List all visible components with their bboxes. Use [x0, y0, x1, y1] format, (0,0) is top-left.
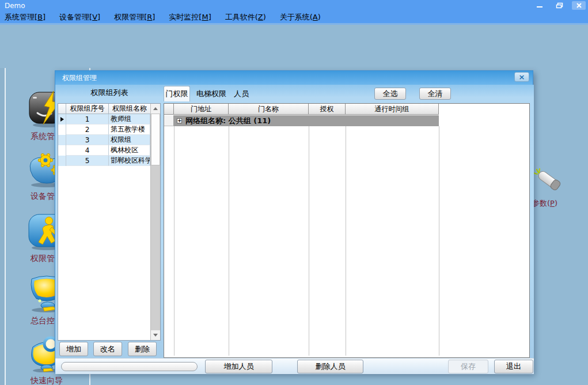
cell-group-id: 3 — [66, 135, 109, 145]
dialog-titlebar[interactable]: 权限组管理 × — [55, 71, 533, 85]
door-header-name: 门名称 — [229, 104, 309, 115]
cell-group-name: 邯郸校区科学 — [109, 156, 150, 166]
progress-bar — [61, 362, 198, 371]
door-header-selector — [164, 104, 174, 115]
column-line — [174, 126, 174, 356]
group-row-1[interactable]: 1 教师组 — [58, 114, 160, 124]
pen-icon — [532, 168, 568, 195]
params-shortcut[interactable]: 参数(P) — [532, 168, 574, 209]
params-label: 参数(P) — [532, 198, 574, 209]
door-group-row[interactable]: + 网络组名称: 公共组 (11) — [174, 115, 439, 126]
screen: Demo 系统管理[B] 设备管理[V] 权限管理[R] 实时监控[M] 工具软… — [0, 0, 588, 385]
sidebar-item-label: 快速向导 — [23, 376, 70, 385]
group-row-5[interactable]: 5 邯郸校区科学 — [58, 156, 160, 166]
dialog-title: 权限组管理 — [55, 73, 97, 83]
door-header-authorize: 授权 — [309, 104, 346, 115]
door-permission-table: 门地址 门名称 授权 通行时间组 + 网络组名称: 公共组 (11) — [164, 103, 530, 358]
door-header-timegroup: 通行时间组 — [346, 104, 439, 115]
scroll-down-button[interactable] — [151, 330, 160, 340]
group-row-2[interactable]: 2 第五教学楼 — [58, 124, 160, 135]
rename-group-button[interactable]: 改名 — [93, 342, 122, 356]
cell-group-name: 权限组 — [109, 135, 150, 145]
scroll-up-icon — [153, 107, 158, 110]
close-icon: × — [519, 73, 525, 81]
tab-door-permission[interactable]: 门权限 — [164, 86, 190, 101]
menu-item-system[interactable]: 系统管理[B] — [5, 12, 45, 22]
group-list-title: 权限组列表 — [58, 88, 161, 98]
minimize-button[interactable] — [533, 1, 547, 10]
menu-item-tools[interactable]: 工具软件(Z) — [225, 12, 266, 22]
group-row-4[interactable]: 4 枫林校区 — [58, 145, 160, 156]
column-line — [346, 126, 346, 356]
column-line — [229, 126, 229, 356]
group-row-3[interactable]: 3 权限组 — [58, 135, 160, 145]
permission-group-dialog: 权限组管理 × 权限组列表 门权限 电梯权限 人员 全选 全清 权限组序号 权限… — [55, 70, 533, 373]
cell-group-name: 第五教学楼 — [109, 124, 150, 135]
column-line — [439, 126, 439, 356]
restore-icon — [556, 2, 563, 9]
delete-person-button[interactable]: 删除人员 — [297, 360, 363, 373]
tab-elevator-permission[interactable]: 电梯权限 — [194, 86, 229, 101]
menu-bar: 系统管理[B] 设备管理[V] 权限管理[R] 实时监控[M] 工具软件(Z) … — [0, 11, 588, 23]
save-button[interactable]: 保存 — [448, 360, 488, 373]
group-row-selector — [164, 115, 174, 126]
exit-button[interactable]: 退出 — [494, 360, 533, 373]
door-header-address: 门地址 — [174, 104, 229, 115]
add-person-button[interactable]: 增加人员 — [205, 360, 272, 373]
sidebar-left-border — [5, 68, 6, 385]
select-all-button[interactable]: 全选 — [374, 88, 406, 100]
row-selector — [58, 145, 66, 156]
cell-group-id: 5 — [66, 156, 109, 166]
left-edge-strip — [0, 68, 5, 385]
menu-item-monitor[interactable]: 实时监控[M] — [169, 12, 211, 22]
expand-icon[interactable]: + — [177, 118, 182, 123]
header-group-id: 权限组序号 — [66, 104, 109, 114]
column-line — [309, 126, 309, 356]
window-title: Demo — [0, 2, 25, 10]
menu-item-permission[interactable]: 权限管理[R] — [114, 12, 155, 22]
dialog-body: 权限组列表 门权限 电梯权限 人员 全选 全清 权限组序号 权限组名称 1 教师… — [55, 85, 534, 374]
clear-all-button[interactable]: 全清 — [419, 88, 451, 100]
group-list-scrollbar[interactable] — [150, 104, 160, 340]
scroll-down-icon — [153, 334, 158, 337]
header-selector-cell — [58, 104, 66, 114]
group-list-header: 权限组序号 权限组名称 — [58, 104, 160, 114]
cell-group-id: 2 — [66, 124, 109, 135]
dialog-close-button[interactable]: × — [514, 72, 529, 82]
menu-bottom-stripe — [0, 23, 588, 25]
close-icon — [576, 2, 582, 9]
menu-item-device[interactable]: 设备管理[V] — [59, 12, 100, 22]
dialog-footer: 增加人员 删除人员 保存 退出 — [55, 358, 534, 374]
cell-group-id: 4 — [66, 145, 109, 156]
minimize-icon — [536, 3, 543, 9]
current-row-marker — [60, 117, 64, 122]
row-selector — [58, 156, 66, 166]
window-titlebar[interactable]: Demo — [0, 0, 588, 11]
delete-group-button[interactable]: 删除 — [128, 342, 157, 356]
add-group-button[interactable]: 增加 — [59, 342, 88, 356]
restore-button[interactable] — [552, 1, 566, 10]
door-group-label: 网络组名称: 公共组 (11) — [185, 116, 271, 126]
row-selector — [58, 135, 66, 145]
row-selector — [58, 114, 66, 124]
row-selector — [58, 124, 66, 135]
group-list-table: 权限组序号 权限组名称 1 教师组 2 第五教学楼 3 权限组 — [58, 103, 161, 341]
close-button[interactable] — [572, 1, 586, 10]
cell-group-name: 教师组 — [109, 114, 150, 124]
menu-item-about[interactable]: 关于系统(A) — [280, 12, 321, 22]
scroll-up-button[interactable] — [151, 104, 160, 114]
scrollbar-thumb[interactable] — [151, 114, 160, 165]
tab-personnel[interactable]: 人员 — [232, 86, 251, 101]
cell-group-id: 1 — [66, 114, 109, 124]
header-group-name: 权限组名称 — [109, 104, 151, 114]
cell-group-name: 枫林校区 — [109, 145, 150, 156]
